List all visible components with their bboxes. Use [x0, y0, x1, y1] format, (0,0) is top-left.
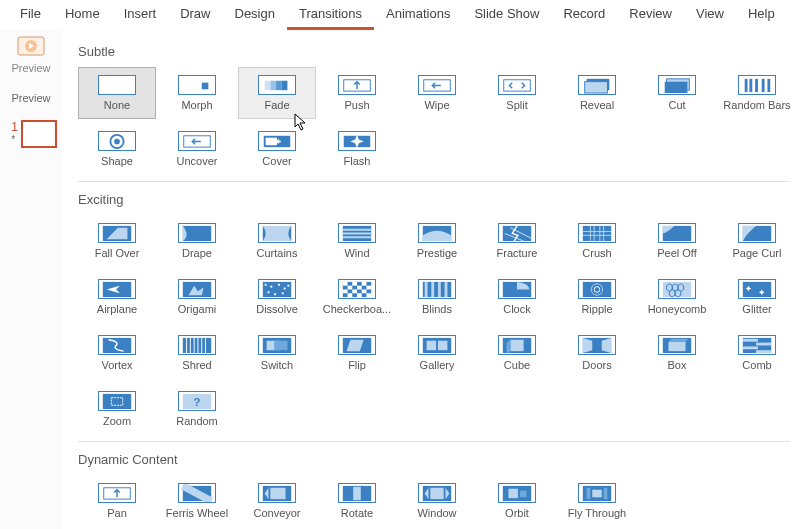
transition-label: Fracture [497, 247, 538, 259]
transition-zoom[interactable]: Zoom [78, 383, 156, 435]
transition-flip[interactable]: Flip [318, 327, 396, 379]
svg-rect-9 [504, 79, 531, 90]
tab-record[interactable]: Record [551, 0, 617, 30]
transition-box[interactable]: Box [638, 327, 716, 379]
transition-push[interactable]: Push [318, 67, 396, 119]
transition-shape[interactable]: Shape [78, 123, 156, 175]
transition-label: Doors [582, 359, 611, 371]
tab-view[interactable]: View [684, 0, 736, 30]
cover-icon [258, 131, 296, 151]
transition-peel-off[interactable]: Peel Off [638, 215, 716, 267]
transition-cut[interactable]: Cut [638, 67, 716, 119]
svg-rect-26 [183, 225, 211, 240]
transition-label: Origami [178, 303, 217, 315]
svg-rect-57 [366, 293, 371, 297]
transition-blinds[interactable]: Blinds [398, 271, 476, 323]
preview-button[interactable]: Preview [11, 36, 50, 74]
transition-split[interactable]: Split [478, 67, 556, 119]
tab-slide-show[interactable]: Slide Show [462, 0, 551, 30]
transition-fly-through[interactable]: Fly Through [558, 475, 636, 527]
doors-icon [578, 335, 616, 355]
transition-orbit[interactable]: Orbit [478, 475, 556, 527]
tab-design[interactable]: Design [223, 0, 287, 30]
transition-comb[interactable]: Comb [718, 327, 796, 379]
tab-animations[interactable]: Animations [374, 0, 462, 30]
transition-ferris-wheel[interactable]: Ferris Wheel [158, 475, 236, 527]
tab-draw[interactable]: Draw [168, 0, 222, 30]
svg-rect-76 [427, 340, 436, 349]
transition-label: Random Bars [723, 99, 790, 111]
transition-shred[interactable]: Shred [158, 327, 236, 379]
transition-label: Fly Through [568, 507, 627, 519]
transition-fracture[interactable]: Fracture [478, 215, 556, 267]
transition-rotate[interactable]: Rotate [318, 475, 396, 527]
transition-label: Page Curl [733, 247, 782, 259]
transition-gallery[interactable]: Gallery [398, 327, 476, 379]
transition-pan[interactable]: Pan [78, 475, 156, 527]
transition-vortex[interactable]: Vortex [78, 327, 156, 379]
ripple-icon [578, 279, 616, 299]
transition-conveyor[interactable]: Conveyor [238, 475, 316, 527]
svg-rect-2 [202, 82, 209, 89]
transition-label: Fall Over [95, 247, 140, 259]
transition-curtains[interactable]: Curtains [238, 215, 316, 267]
transition-random-bars[interactable]: Random Bars [718, 67, 796, 119]
svg-rect-18 [767, 78, 770, 91]
window-icon [418, 483, 456, 503]
airplane-icon [98, 279, 136, 299]
tab-insert[interactable]: Insert [112, 0, 169, 30]
tab-help[interactable]: Help [736, 0, 787, 30]
svg-rect-99 [508, 488, 517, 497]
tab-transitions[interactable]: Transitions [287, 0, 374, 30]
transition-drape[interactable]: Drape [158, 215, 236, 267]
transition-label: Uncover [177, 155, 218, 167]
tab-review[interactable]: Review [617, 0, 684, 30]
transition-label: Split [506, 99, 527, 111]
transition-none[interactable]: None [78, 67, 156, 119]
transition-page-curl[interactable]: Page Curl [718, 215, 796, 267]
transition-label: Clock [503, 303, 531, 315]
transition-flash[interactable]: Flash [318, 123, 396, 175]
transition-dissolve[interactable]: Dissolve [238, 271, 316, 323]
svg-rect-61 [438, 281, 441, 296]
transition-fade[interactable]: Fade [238, 67, 316, 119]
svg-rect-100 [520, 490, 527, 497]
ferris-wheel-icon [178, 483, 216, 503]
transition-fall-over[interactable]: Fall Over [78, 215, 156, 267]
transition-reveal[interactable]: Reveal [558, 67, 636, 119]
transition-label: Crush [582, 247, 611, 259]
transition-label: Cube [504, 359, 530, 371]
transition-clock[interactable]: Clock [478, 271, 556, 323]
transition-window[interactable]: Window [398, 475, 476, 527]
transition-label: Fade [264, 99, 289, 111]
transition-label: Pan [107, 507, 127, 519]
transition-cover[interactable]: Cover [238, 123, 316, 175]
svg-rect-6 [282, 80, 288, 89]
transition-cube[interactable]: Cube [478, 327, 556, 379]
transition-uncover[interactable]: Uncover [158, 123, 236, 175]
transition-ripple[interactable]: Ripple [558, 271, 636, 323]
transition-origami[interactable]: Origami [158, 271, 236, 323]
transition-prestige[interactable]: Prestige [398, 215, 476, 267]
svg-rect-82 [743, 338, 758, 341]
svg-rect-37 [265, 283, 267, 285]
transition-label: Flash [344, 155, 371, 167]
transition-wind[interactable]: Wind [318, 215, 396, 267]
transition-label: Push [344, 99, 369, 111]
transition-checkerboa[interactable]: Checkerboa... [318, 271, 396, 323]
tab-home[interactable]: Home [53, 0, 112, 30]
transition-doors[interactable]: Doors [558, 327, 636, 379]
transition-switch[interactable]: Switch [238, 327, 316, 379]
transition-honeycomb[interactable]: Honeycomb [638, 271, 716, 323]
tab-file[interactable]: File [8, 0, 53, 30]
transition-morph[interactable]: Morph [158, 67, 236, 119]
transition-crush[interactable]: Crush [558, 215, 636, 267]
transition-random[interactable]: ?Random [158, 383, 236, 435]
transition-airplane[interactable]: Airplane [78, 271, 156, 323]
shape-icon [98, 131, 136, 151]
transition-label: Window [417, 507, 456, 519]
divider [78, 181, 790, 182]
slide-thumbnail[interactable] [21, 120, 57, 148]
transition-wipe[interactable]: Wipe [398, 67, 476, 119]
transition-glitter[interactable]: Glitter [718, 271, 796, 323]
